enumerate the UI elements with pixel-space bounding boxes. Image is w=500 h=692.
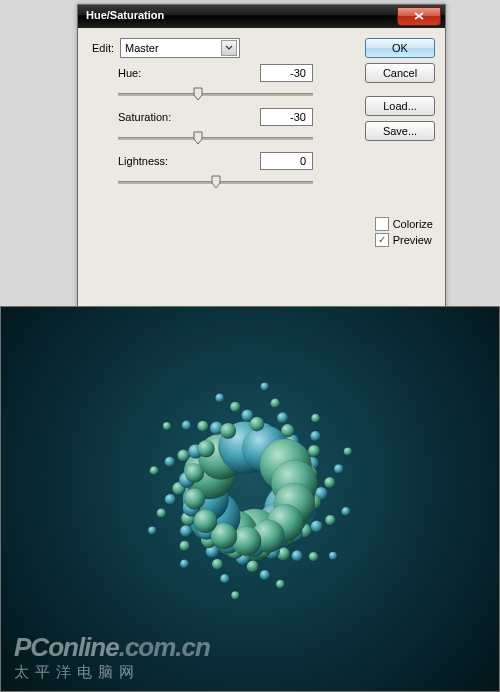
svg-point-118: [276, 580, 285, 589]
hue-slider[interactable]: [118, 86, 313, 102]
svg-point-79: [344, 448, 352, 456]
svg-point-14: [311, 521, 323, 533]
saturation-label: Saturation:: [118, 111, 171, 123]
saturation-group: Saturation: -30: [118, 108, 313, 146]
titlebar[interactable]: Hue/Saturation: [78, 5, 445, 28]
svg-point-97: [334, 464, 343, 473]
svg-point-55: [165, 494, 176, 505]
svg-point-57: [182, 421, 191, 430]
svg-point-56: [165, 457, 175, 467]
lightness-group: Lightness: 0: [118, 152, 313, 190]
lightness-label: Lightness:: [118, 155, 168, 167]
svg-point-15: [292, 551, 303, 562]
edit-dropdown-value: Master: [125, 42, 159, 54]
svg-point-98: [342, 507, 351, 516]
svg-point-115: [324, 477, 335, 488]
svg-point-117: [309, 552, 318, 561]
edit-label: Edit:: [92, 42, 120, 54]
svg-point-95: [277, 413, 288, 424]
svg-point-78: [311, 414, 320, 423]
svg-point-108: [184, 488, 205, 509]
lightness-slider[interactable]: [118, 174, 313, 190]
button-column: OK Cancel Load... Save...: [365, 38, 435, 146]
svg-point-116: [325, 515, 335, 525]
svg-point-76: [230, 402, 240, 412]
svg-point-16: [260, 570, 270, 580]
chevron-down-icon: [221, 40, 237, 56]
close-icon: [414, 12, 424, 20]
watermark-brand: PConline.com.cn: [14, 632, 210, 663]
close-button[interactable]: [397, 7, 441, 26]
hue-group: Hue: -30: [118, 64, 313, 102]
colorize-label: Colorize: [393, 218, 433, 230]
svg-point-113: [281, 424, 294, 437]
svg-point-59: [261, 383, 269, 391]
hue-input[interactable]: -30: [260, 64, 313, 82]
save-button[interactable]: Save...: [365, 121, 435, 141]
preview-label: Preview: [393, 234, 432, 246]
svg-point-119: [231, 592, 239, 600]
svg-point-111: [220, 423, 236, 439]
svg-point-17: [220, 574, 229, 583]
svg-point-74: [177, 450, 189, 462]
svg-point-77: [271, 399, 280, 408]
svg-point-19: [148, 527, 156, 535]
svg-point-109: [185, 464, 204, 483]
svg-point-39: [163, 422, 171, 430]
svg-point-36: [180, 541, 190, 551]
checkbox-column: Colorize Preview: [375, 216, 433, 248]
saturation-input[interactable]: -30: [260, 108, 313, 126]
svg-point-54: [180, 525, 192, 537]
svg-point-99: [329, 552, 337, 560]
colorize-checkbox[interactable]: [375, 217, 389, 231]
dialog-title: Hue/Saturation: [86, 9, 164, 21]
svg-point-110: [197, 440, 214, 457]
preview-image: PConline.com.cn 太平洋电脑网: [0, 306, 500, 692]
lightness-input[interactable]: 0: [260, 152, 313, 170]
svg-point-18: [180, 560, 189, 569]
svg-point-38: [150, 466, 159, 475]
hue-label: Hue:: [118, 67, 141, 79]
watermark-subtitle: 太平洋电脑网: [14, 663, 210, 682]
cancel-button[interactable]: Cancel: [365, 63, 435, 83]
saturation-slider[interactable]: [118, 130, 313, 146]
svg-point-107: [194, 510, 218, 534]
edit-dropdown[interactable]: Master: [120, 38, 240, 58]
svg-point-37: [157, 509, 166, 518]
top-panel: Hue/Saturation Edit: Master Hue: -30: [0, 0, 500, 306]
preview-checkbox[interactable]: [375, 233, 389, 247]
lightness-slider-thumb[interactable]: [211, 175, 221, 189]
svg-point-58: [215, 394, 224, 403]
watermark: PConline.com.cn 太平洋电脑网: [14, 632, 210, 682]
svg-point-75: [197, 421, 208, 432]
saturation-slider-thumb[interactable]: [193, 131, 203, 145]
svg-point-96: [310, 431, 320, 441]
spiral-fractal-icon: [65, 326, 435, 656]
load-button[interactable]: Load...: [365, 96, 435, 116]
svg-point-114: [308, 445, 320, 457]
svg-point-35: [212, 559, 223, 570]
svg-point-112: [250, 417, 264, 431]
ok-button[interactable]: OK: [365, 38, 435, 58]
hue-slider-thumb[interactable]: [193, 87, 203, 101]
